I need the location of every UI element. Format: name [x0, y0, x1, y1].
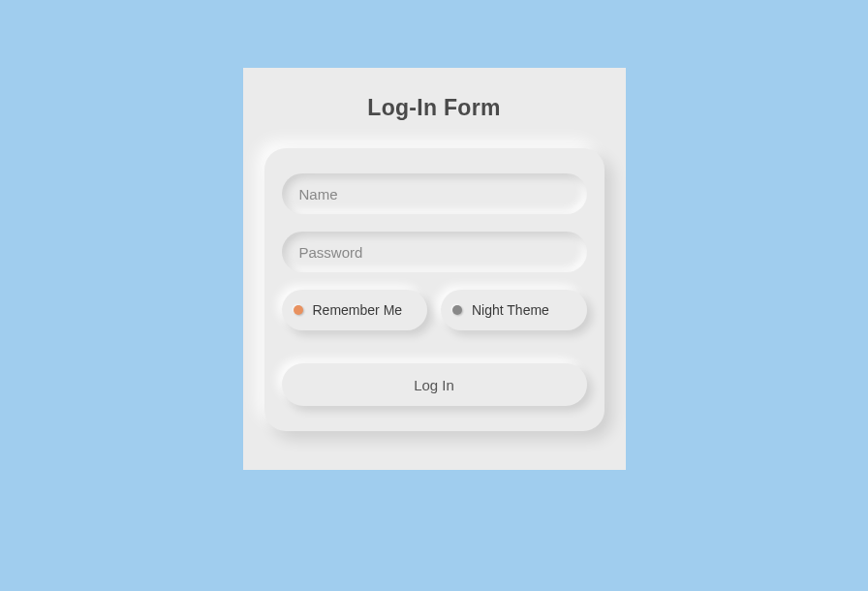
night-theme-toggle[interactable]: Night Theme: [441, 290, 587, 330]
login-button[interactable]: Log In: [282, 363, 587, 406]
page-title: Log-In Form: [264, 95, 604, 121]
remember-me-toggle[interactable]: Remember Me: [282, 290, 428, 330]
form-box: Remember Me Night Theme Log In: [264, 148, 604, 431]
login-container: Log-In Form Remember Me Night Theme Log …: [243, 68, 626, 470]
name-input[interactable]: [282, 173, 587, 214]
remember-dot-icon: [294, 305, 303, 315]
theme-label: Night Theme: [472, 302, 549, 318]
password-input[interactable]: [282, 232, 587, 272]
options-row: Remember Me Night Theme: [282, 290, 587, 330]
theme-dot-icon: [452, 305, 462, 315]
remember-label: Remember Me: [313, 302, 403, 318]
